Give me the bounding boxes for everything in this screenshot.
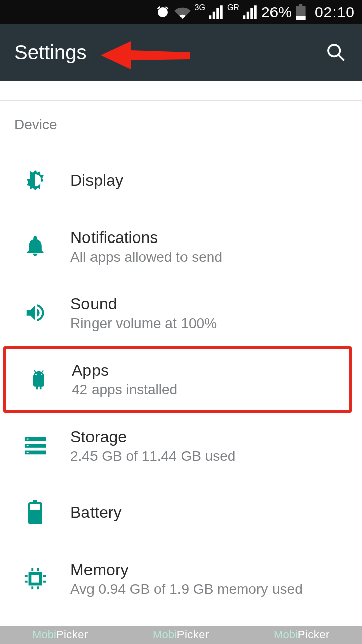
memory-icon <box>0 567 70 590</box>
android-icon <box>6 368 72 390</box>
item-title: Battery <box>70 503 352 522</box>
svg-rect-12 <box>31 568 33 571</box>
storage-icon <box>0 436 70 456</box>
network-label-1: 3G <box>195 3 205 12</box>
item-subtitle: Avg 0.94 GB of 1.9 GB memory used <box>70 581 352 597</box>
svg-rect-18 <box>43 575 46 577</box>
signal-icon-1 <box>208 5 223 19</box>
svg-rect-7 <box>27 445 29 446</box>
item-title: Sound <box>70 295 352 313</box>
settings-list: Device Display Notifications All apps al… <box>0 80 362 612</box>
svg-rect-14 <box>31 586 33 589</box>
search-icon <box>326 42 346 62</box>
app-bar: Settings <box>0 24 362 80</box>
svg-rect-6 <box>27 439 29 440</box>
svg-rect-15 <box>37 586 39 589</box>
network-label-2: GR <box>227 3 239 12</box>
settings-item-storage[interactable]: Storage 2.45 GB of 11.44 GB used <box>0 413 362 479</box>
item-subtitle: 42 apps installed <box>72 382 339 398</box>
search-button[interactable] <box>324 40 348 64</box>
signal-icon-2 <box>242 5 257 19</box>
section-header-device: Device <box>0 101 362 147</box>
item-title: Memory <box>70 560 352 579</box>
svg-point-0 <box>328 45 340 56</box>
battery-icon <box>0 500 70 524</box>
svg-rect-19 <box>43 581 46 583</box>
settings-item-notifications[interactable]: Notifications All apps allowed to send <box>0 213 362 280</box>
item-subtitle: 2.45 GB of 11.44 GB used <box>70 448 352 464</box>
bell-icon <box>0 235 70 258</box>
item-title: Display <box>70 171 352 190</box>
divider <box>0 80 362 101</box>
clock-time: 02:10 <box>315 4 355 21</box>
item-subtitle: Ringer volume at 100% <box>70 315 352 332</box>
svg-line-1 <box>338 55 344 61</box>
item-title: Notifications <box>70 228 352 247</box>
page-title: Settings <box>14 41 87 64</box>
settings-item-apps[interactable]: Apps 42 apps installed <box>3 346 352 413</box>
volume-icon <box>0 301 70 325</box>
watermark: MobiPicker MobiPicker MobiPicker <box>0 626 362 644</box>
svg-rect-11 <box>31 575 39 582</box>
display-icon <box>0 168 70 192</box>
battery-icon <box>296 4 306 20</box>
svg-rect-17 <box>25 581 28 583</box>
svg-rect-9 <box>30 504 40 510</box>
status-bar: 3G GR 26% 02:10 <box>0 0 362 24</box>
battery-percentage: 26% <box>261 4 292 21</box>
svg-rect-8 <box>27 452 29 453</box>
svg-rect-16 <box>25 575 28 577</box>
wifi-icon <box>174 5 191 20</box>
item-title: Apps <box>72 361 339 380</box>
item-title: Storage <box>70 428 352 446</box>
alarm-icon <box>155 5 170 20</box>
svg-rect-13 <box>37 568 39 571</box>
settings-item-display[interactable]: Display <box>0 147 362 213</box>
settings-item-sound[interactable]: Sound Ringer volume at 100% <box>0 280 362 346</box>
settings-item-memory[interactable]: Memory Avg 0.94 GB of 1.9 GB memory used <box>0 545 362 612</box>
settings-item-battery[interactable]: Battery <box>0 479 362 545</box>
item-subtitle: All apps allowed to send <box>70 249 352 265</box>
